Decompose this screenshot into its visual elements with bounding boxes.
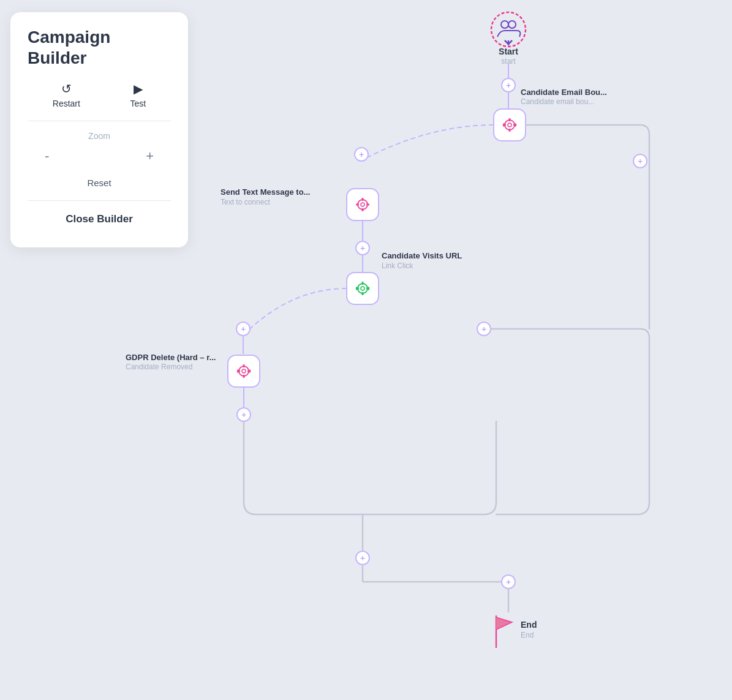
svg-point-51 <box>236 322 250 336</box>
svg-text:+: + <box>241 410 246 420</box>
restart-icon: ↺ <box>61 81 72 96</box>
svg-rect-45 <box>366 288 369 290</box>
svg-point-70 <box>237 408 251 421</box>
svg-point-78 <box>502 575 515 589</box>
svg-rect-44 <box>362 292 364 295</box>
svg-rect-46 <box>356 288 359 290</box>
svg-rect-31 <box>362 208 364 211</box>
svg-text:Link Click: Link Click <box>382 262 413 270</box>
svg-text:GDPR Delete (Hard – r...: GDPR Delete (Hard – r... <box>126 353 216 362</box>
svg-text:Candidate Visits URL: Candidate Visits URL <box>382 251 462 260</box>
svg-rect-66 <box>236 370 240 374</box>
svg-point-59 <box>239 366 249 376</box>
svg-rect-17 <box>513 124 516 126</box>
svg-point-72 <box>633 154 647 168</box>
panel-actions: ↺ Restart ▶ Test <box>28 81 171 108</box>
svg-point-1 <box>501 21 508 28</box>
svg-text:End: End <box>521 620 537 630</box>
panel-title: Campaign Builder <box>28 27 171 68</box>
zoom-section: Zoom - + <box>28 126 171 170</box>
svg-rect-58 <box>228 355 260 387</box>
svg-rect-15 <box>509 118 511 121</box>
divider-2 <box>28 200 171 201</box>
svg-rect-48 <box>355 287 359 291</box>
svg-text:+: + <box>241 324 246 334</box>
svg-rect-61 <box>243 364 245 367</box>
svg-rect-64 <box>237 371 240 372</box>
svg-text:Text to connect: Text to connect <box>221 198 270 206</box>
svg-rect-65 <box>247 369 251 373</box>
start-people-icon <box>491 12 526 47</box>
svg-text:+: + <box>506 577 511 587</box>
svg-point-14 <box>508 123 511 127</box>
play-icon: ▶ <box>134 81 143 96</box>
svg-rect-19 <box>513 123 517 127</box>
svg-rect-49 <box>366 287 370 291</box>
svg-point-53 <box>477 322 491 336</box>
svg-text:End: End <box>521 631 534 639</box>
svg-point-35 <box>356 241 369 255</box>
svg-rect-32 <box>366 204 369 206</box>
svg-point-75 <box>356 551 369 565</box>
zoom-minus-button[interactable]: - <box>37 147 56 165</box>
svg-rect-30 <box>362 198 364 201</box>
zoom-label: Zoom <box>88 131 110 141</box>
svg-point-0 <box>491 12 526 47</box>
svg-text:+: + <box>360 243 365 253</box>
test-button[interactable]: ▶ Test <box>130 81 146 108</box>
svg-rect-68 <box>236 369 240 373</box>
svg-text:Start: Start <box>499 47 518 56</box>
svg-point-41 <box>358 284 368 293</box>
svg-point-7 <box>502 78 515 92</box>
svg-rect-21 <box>513 124 517 127</box>
svg-rect-67 <box>247 370 251 374</box>
svg-rect-20 <box>502 124 506 127</box>
svg-text:start: start <box>501 57 516 66</box>
svg-rect-62 <box>243 375 245 378</box>
svg-rect-47 <box>366 287 370 290</box>
svg-rect-27 <box>347 189 379 220</box>
svg-point-42 <box>361 287 364 290</box>
svg-point-60 <box>242 369 246 373</box>
svg-text:Candidate email bou...: Candidate email bou... <box>521 97 594 106</box>
svg-point-23 <box>355 148 368 161</box>
close-builder-button[interactable]: Close Builder <box>28 208 171 230</box>
svg-point-29 <box>361 203 364 206</box>
reset-button[interactable]: Reset <box>82 173 116 193</box>
svg-text:+: + <box>360 553 365 563</box>
svg-rect-18 <box>503 124 506 126</box>
svg-text:+: + <box>638 156 643 166</box>
svg-text:Send Text Message to...: Send Text Message to... <box>221 187 310 197</box>
svg-point-28 <box>358 200 368 209</box>
svg-text:Candidate Email Bou...: Candidate Email Bou... <box>521 88 607 97</box>
svg-rect-12 <box>494 109 526 141</box>
svg-text:+: + <box>506 80 511 90</box>
svg-point-13 <box>505 120 515 130</box>
svg-rect-43 <box>362 282 364 285</box>
svg-rect-22 <box>502 123 506 127</box>
control-panel: Campaign Builder ↺ Restart ▶ Test Zoom -… <box>10 12 188 247</box>
svg-text:+: + <box>481 324 486 334</box>
zoom-plus-button[interactable]: + <box>138 147 161 165</box>
svg-rect-63 <box>247 371 251 372</box>
restart-button[interactable]: ↺ Restart <box>53 81 80 108</box>
divider-1 <box>28 121 171 121</box>
svg-rect-40 <box>347 273 379 304</box>
svg-point-2 <box>508 21 516 28</box>
svg-text:+: + <box>359 149 364 159</box>
svg-rect-16 <box>509 129 511 132</box>
svg-rect-50 <box>355 287 359 290</box>
svg-text:Candidate Removed: Candidate Removed <box>126 363 192 371</box>
zoom-controls: - + <box>28 147 171 165</box>
svg-rect-33 <box>356 204 359 206</box>
